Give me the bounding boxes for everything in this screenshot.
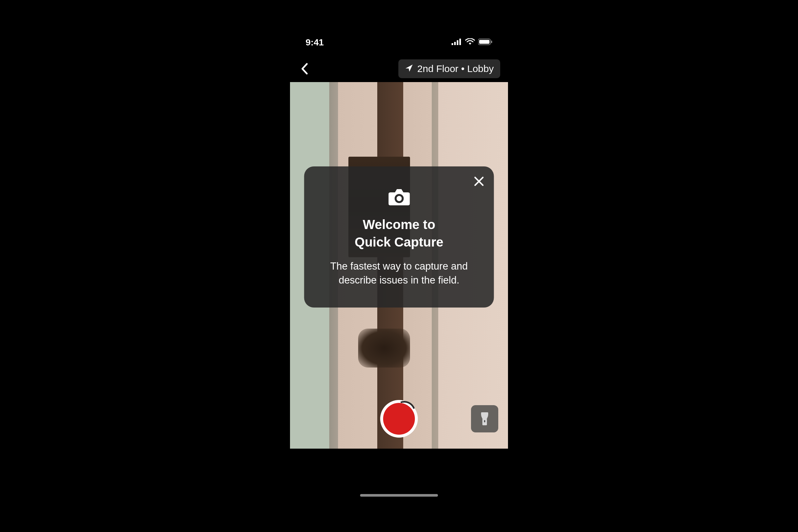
home-indicator[interactable] <box>360 494 438 497</box>
svg-rect-0 <box>452 43 453 45</box>
flashlight-button[interactable] <box>471 405 498 432</box>
camera-icon <box>317 188 481 206</box>
camera-controls <box>290 400 508 438</box>
nav-bar: 2nd Floor • Lobby <box>290 55 508 82</box>
svg-rect-6 <box>491 41 492 43</box>
flashlight-icon <box>480 411 490 426</box>
svg-rect-5 <box>479 40 490 44</box>
battery-icon <box>478 38 492 47</box>
overlay-description: The fastest way to capture and describe … <box>317 259 481 287</box>
welcome-overlay-card: Welcome to Quick Capture The fastest way… <box>304 166 494 307</box>
shutter-button[interactable] <box>380 400 418 438</box>
svg-rect-1 <box>454 42 456 45</box>
overlay-title-line2: Quick Capture <box>317 233 481 251</box>
location-pill[interactable]: 2nd Floor • Lobby <box>398 59 500 78</box>
location-arrow-icon <box>405 64 413 74</box>
close-button[interactable] <box>471 174 487 190</box>
location-text: 2nd Floor • Lobby <box>417 63 494 74</box>
svg-rect-8 <box>481 412 488 416</box>
close-icon <box>474 176 484 187</box>
chevron-left-icon <box>300 63 308 75</box>
overlay-title-line1: Welcome to <box>317 216 481 233</box>
status-bar: 9:41 <box>290 30 508 55</box>
phone-screen: 9:41 <box>290 30 508 502</box>
svg-rect-10 <box>484 420 485 422</box>
wifi-icon <box>465 38 475 47</box>
overlay-title: Welcome to Quick Capture <box>317 216 481 251</box>
svg-rect-3 <box>459 39 461 45</box>
camera-viewport: Welcome to Quick Capture The fastest way… <box>290 82 508 449</box>
status-icons <box>452 38 492 47</box>
shutter-inner <box>383 403 415 435</box>
back-button[interactable] <box>298 60 311 78</box>
status-time: 9:41 <box>306 37 324 48</box>
svg-rect-2 <box>457 40 458 45</box>
cellular-signal-icon <box>452 39 462 46</box>
